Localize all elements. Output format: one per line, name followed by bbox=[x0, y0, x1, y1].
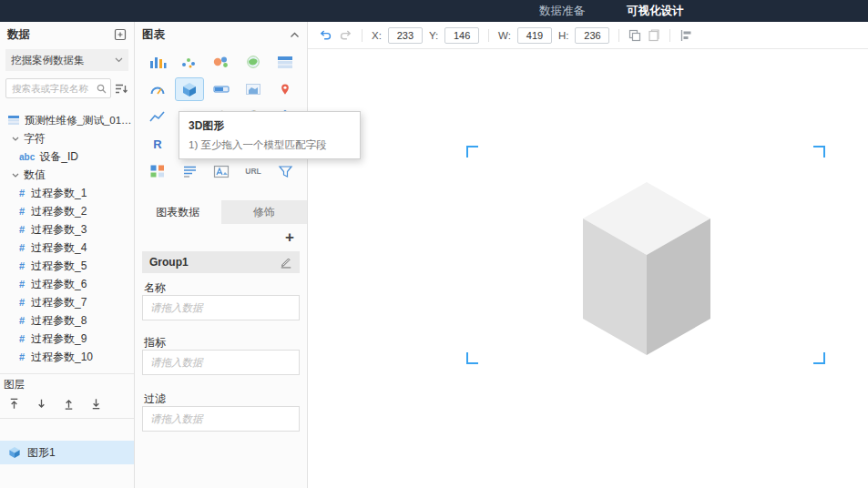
h-input[interactable] bbox=[575, 27, 609, 44]
progress-chart-icon[interactable] bbox=[208, 78, 235, 100]
field-item[interactable]: #过程参数_5 bbox=[0, 257, 134, 275]
text-field-icon: abc bbox=[19, 152, 35, 162]
top-bar: 数据准备 可视化设计 bbox=[0, 0, 868, 22]
number-field-icon: # bbox=[19, 351, 26, 362]
field-name: 过程参数_5 bbox=[31, 259, 87, 274]
url-icon[interactable]: URL bbox=[240, 160, 267, 182]
point-map-icon[interactable] bbox=[271, 78, 299, 100]
separator bbox=[362, 29, 363, 42]
field-item[interactable]: abc 设备_ID bbox=[0, 147, 134, 166]
field-name: 过程参数_7 bbox=[31, 295, 87, 310]
map-chart-icon[interactable] bbox=[240, 51, 267, 73]
table-chart-icon[interactable] bbox=[271, 51, 299, 73]
chart-data-tabs: 图表数据 修饰 bbox=[135, 200, 307, 224]
field-item[interactable]: #过程参数_3 bbox=[0, 220, 134, 239]
move-up-icon[interactable] bbox=[62, 397, 76, 411]
field-item[interactable]: #过程参数_10 bbox=[0, 348, 134, 366]
data-panel-title: 数据 bbox=[7, 27, 30, 43]
w-label: W: bbox=[498, 30, 511, 41]
selection-handle-bottom-right[interactable] bbox=[813, 352, 825, 364]
group-char[interactable]: 字符 bbox=[0, 129, 134, 147]
chevron-down-icon bbox=[115, 57, 123, 63]
tooltip-title: 3D图形 bbox=[189, 118, 351, 134]
section-name-label: 名称 bbox=[144, 280, 166, 296]
number-field-icon: # bbox=[19, 279, 26, 290]
duplicate-icon[interactable] bbox=[628, 29, 641, 42]
number-field-icon: # bbox=[19, 297, 26, 308]
tab-chart-data[interactable]: 图表数据 bbox=[135, 200, 221, 224]
field-item[interactable]: #过程参数_7 bbox=[0, 293, 134, 311]
table-name: 预测性维修_测试_01(... bbox=[25, 114, 132, 127]
layers-title: 图层 bbox=[0, 378, 134, 391]
move-down-icon[interactable] bbox=[35, 397, 48, 411]
field-name: 过程参数_4 bbox=[31, 240, 87, 256]
bubble-chart-icon[interactable] bbox=[208, 51, 235, 73]
canvas-toolbar: X: Y: W: H: bbox=[308, 22, 868, 49]
chart-panel: 图表 R bbox=[135, 22, 308, 488]
search-box[interactable] bbox=[5, 78, 111, 98]
field-name: 过程参数_1 bbox=[31, 186, 87, 201]
group-num[interactable]: 数值 bbox=[0, 166, 134, 184]
section-filter-label: 过滤 bbox=[144, 391, 166, 407]
selection-handle-top-right[interactable] bbox=[813, 146, 825, 158]
x-input[interactable] bbox=[388, 27, 423, 44]
field-item[interactable]: #过程参数_1 bbox=[0, 184, 134, 202]
custom-chart-icon[interactable] bbox=[144, 160, 171, 182]
field-item[interactable]: #过程参数_4 bbox=[0, 239, 134, 257]
tab-visual-design[interactable]: 可视化设计 bbox=[627, 4, 684, 19]
field-item[interactable]: #过程参数_9 bbox=[0, 330, 134, 348]
number-field-icon: # bbox=[19, 333, 26, 344]
field-name: 过程参数_9 bbox=[31, 331, 87, 347]
tab-data-preparation[interactable]: 数据准备 bbox=[539, 4, 585, 19]
layer-item-selected[interactable]: 图形1 bbox=[0, 441, 134, 464]
filter-icon[interactable] bbox=[271, 160, 299, 182]
rich-text-icon[interactable] bbox=[176, 160, 203, 182]
dataset-selector[interactable]: 挖掘案例数据集 bbox=[5, 49, 128, 71]
y-input[interactable] bbox=[444, 27, 479, 44]
scatter-chart-icon[interactable] bbox=[176, 51, 203, 73]
text-image-icon[interactable] bbox=[208, 160, 235, 182]
layers-section: 图层 图形1 bbox=[0, 373, 134, 464]
add-group-button[interactable]: + bbox=[285, 229, 294, 245]
layer-item-label: 图形1 bbox=[27, 445, 56, 461]
table-item[interactable]: 预测性维修_测试_01(... bbox=[0, 111, 134, 129]
r-script-icon[interactable]: R bbox=[144, 133, 171, 155]
sort-fields-icon[interactable] bbox=[115, 83, 128, 95]
dataset-selector-label: 挖掘案例数据集 bbox=[11, 54, 85, 67]
copy-icon[interactable] bbox=[648, 29, 660, 42]
line-chart-icon[interactable] bbox=[144, 106, 171, 127]
field-item[interactable]: #过程参数_6 bbox=[0, 275, 134, 293]
separator bbox=[488, 29, 489, 42]
redo-icon[interactable] bbox=[339, 28, 352, 42]
metric-drop-zone[interactable]: 请拖入数据 bbox=[142, 350, 300, 375]
align-icon[interactable] bbox=[679, 29, 693, 42]
table-icon bbox=[7, 115, 20, 126]
separator bbox=[618, 29, 619, 42]
group-char-label: 字符 bbox=[24, 131, 46, 147]
w-input[interactable] bbox=[517, 27, 552, 44]
collapse-panel-icon[interactable] bbox=[290, 32, 300, 38]
data-panel: 数据 挖掘案例数据集 bbox=[0, 22, 135, 488]
cube-3d-model[interactable] bbox=[583, 182, 710, 355]
field-item[interactable]: #过程参数_2 bbox=[0, 202, 134, 220]
selection-handle-bottom-left[interactable] bbox=[466, 352, 478, 364]
search-input[interactable] bbox=[10, 82, 94, 95]
field-item[interactable]: #过程参数_8 bbox=[0, 311, 134, 330]
undo-icon[interactable] bbox=[319, 28, 332, 42]
edit-group-icon[interactable] bbox=[280, 256, 292, 269]
design-canvas[interactable] bbox=[308, 49, 868, 488]
new-dataset-icon[interactable] bbox=[114, 28, 127, 41]
gauge-chart-icon[interactable] bbox=[144, 78, 171, 100]
area-map-icon[interactable] bbox=[240, 78, 267, 100]
field-name: 过程参数_8 bbox=[31, 313, 87, 329]
selection-handle-top-left[interactable] bbox=[466, 146, 478, 158]
chart-3d-icon[interactable] bbox=[176, 78, 203, 100]
bar-chart-icon[interactable] bbox=[144, 51, 171, 73]
filter-drop-zone[interactable]: 请拖入数据 bbox=[142, 406, 300, 432]
field-tree: 预测性维修_测试_01(... 字符 abc 设备_ID 数值 #过程参数_1 … bbox=[0, 111, 134, 366]
group-row[interactable]: Group1 bbox=[142, 251, 300, 273]
bring-to-front-icon[interactable] bbox=[7, 397, 21, 411]
name-drop-zone[interactable]: 请拖入数据 bbox=[142, 295, 300, 320]
send-to-back-icon[interactable] bbox=[89, 397, 103, 411]
tab-decorate[interactable]: 修饰 bbox=[221, 200, 308, 224]
